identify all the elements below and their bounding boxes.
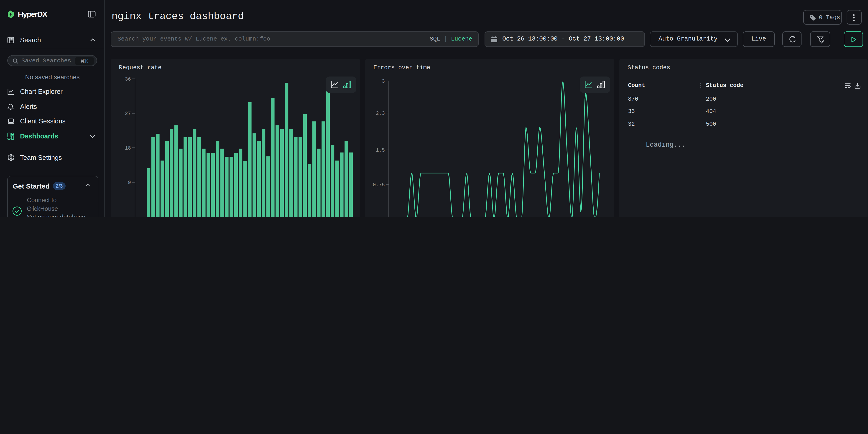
svg-text:1.5: 1.5 <box>376 148 385 153</box>
svg-text:9: 9 <box>128 180 131 186</box>
svg-text:2.3: 2.3 <box>376 111 385 116</box>
svg-text:0: 0 <box>128 217 131 217</box>
svg-text:3: 3 <box>382 79 385 84</box>
svg-text:27: 27 <box>125 111 131 117</box>
svg-text:36: 36 <box>125 76 131 82</box>
svg-text:0: 0 <box>382 217 385 217</box>
svg-text:0.75: 0.75 <box>373 182 385 188</box>
svg-text:18: 18 <box>125 146 131 151</box>
